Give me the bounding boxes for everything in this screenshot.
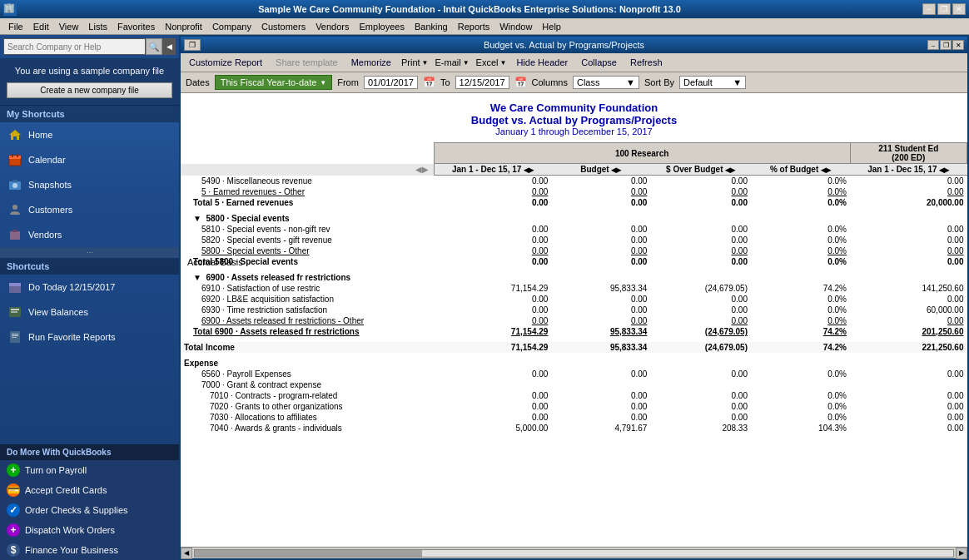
report-title-bar: ❐ Budget vs. Actual by Programs/Projects…	[181, 37, 967, 53]
sidebar-item-home[interactable]: Home	[0, 122, 179, 147]
filter-bar: Dates This Fiscal Year-to-date ▼ From 📅 …	[181, 72, 967, 93]
sidebar-item-snapshots[interactable]: Snapshots	[0, 172, 179, 197]
create-company-button[interactable]: Create a new company file	[7, 82, 172, 98]
row-val-5: 201,250.60	[850, 326, 967, 337]
hide-header-button[interactable]: Hide Header	[513, 56, 571, 69]
menu-favorites[interactable]: Favorites	[112, 20, 160, 33]
report-minimize-button[interactable]: –	[927, 40, 939, 50]
scroll-right-button[interactable]: ▶	[956, 548, 967, 559]
report-content: We Care Community Foundation Budget vs. …	[181, 93, 967, 547]
sidebar-item-reports[interactable]: Run Favorite Reports	[0, 325, 179, 349]
svg-rect-15	[11, 311, 17, 313]
memorize-button[interactable]: Memorize	[348, 56, 395, 69]
menu-vendors[interactable]: Vendors	[311, 20, 354, 33]
menu-banking[interactable]: Banking	[410, 20, 453, 33]
sidebar-item-checks[interactable]: ✓ Order Checks & Supplies	[0, 500, 179, 520]
row-val-1	[434, 272, 551, 283]
report-restore-button[interactable]: ❐	[940, 40, 952, 50]
menu-company[interactable]: Company	[207, 20, 256, 33]
menu-file[interactable]: File	[3, 20, 28, 33]
sidebar-item-payroll[interactable]: + Turn on Payroll	[0, 460, 179, 480]
menu-edit[interactable]: Edit	[28, 20, 54, 33]
table-row: 5800 · Special events - Other 0.00 0.00 …	[181, 245, 967, 256]
print-dropdown[interactable]: Print ▼	[401, 57, 429, 67]
sidebar-item-home-label: Home	[28, 130, 52, 140]
sidebar-item-calendar-label: Calendar	[28, 155, 66, 165]
sidebar: 🔍 ◀ You are using a sample company file …	[0, 35, 179, 560]
row-val-4: 0.0%	[751, 256, 850, 267]
to-calendar-icon[interactable]: 📅	[514, 77, 527, 88]
total-income-val-5: 221,250.60	[850, 342, 967, 353]
menu-reports[interactable]: Reports	[453, 20, 495, 33]
email-dropdown[interactable]: E-mail ▼	[435, 57, 470, 67]
columns-dropdown[interactable]: Class ▼	[573, 76, 639, 89]
menu-employees[interactable]: Employees	[355, 20, 410, 33]
close-button[interactable]: ✕	[952, 3, 966, 15]
sidebar-item-customers-label: Customers	[28, 205, 72, 215]
refresh-button[interactable]: Refresh	[627, 56, 666, 69]
row-val-4: 0.0%	[751, 235, 850, 245]
dates-dropdown[interactable]: This Fiscal Year-to-date ▼	[215, 75, 332, 90]
row-val-4	[751, 358, 850, 369]
row-val-1: 0.00	[434, 412, 551, 423]
sortby-dropdown[interactable]: Default ▼	[679, 76, 746, 89]
row-val-5: 20,000.00	[850, 197, 967, 208]
to-date-input[interactable]	[455, 76, 509, 89]
row-val-3: 0.00	[650, 186, 751, 197]
row-val-2	[551, 358, 650, 369]
row-val-4: 0.0%	[751, 186, 850, 197]
sidebar-item-today[interactable]: Do Today 12/15/2017	[0, 275, 179, 300]
report-restore-small[interactable]: ❐	[184, 39, 201, 51]
sidebar-item-calendar[interactable]: Calendar	[0, 147, 179, 172]
from-calendar-icon[interactable]: 📅	[423, 77, 435, 88]
menu-window[interactable]: Window	[494, 20, 537, 33]
scrollbar-thumb[interactable]	[195, 550, 422, 557]
table-row: Total 5 · Earned revenues 0.00 0.00 0.00…	[181, 197, 967, 208]
shortcuts-header[interactable]: Shortcuts	[0, 258, 179, 275]
row-val-2: 4,791.67	[551, 423, 650, 434]
row-val-1: 0.00	[434, 186, 551, 197]
sidebar-item-workorders[interactable]: + Dispatch Work Orders	[0, 520, 179, 540]
my-shortcuts-header[interactable]: My Shortcuts	[0, 106, 179, 122]
minimize-button[interactable]: –	[922, 3, 936, 15]
sidebar-item-vendors[interactable]: Vendors	[0, 222, 179, 247]
customize-report-button[interactable]: Customize Report	[186, 56, 266, 69]
share-template-button[interactable]: Share template	[272, 56, 341, 69]
excel-dropdown[interactable]: Excel ▼	[476, 57, 507, 67]
collapse-button[interactable]: Collapse	[578, 56, 620, 69]
menu-help[interactable]: Help	[537, 20, 566, 33]
menu-nonprofit[interactable]: Nonprofit	[160, 20, 207, 33]
row-val-2: 95,833.34	[551, 326, 650, 337]
from-date-input[interactable]	[364, 76, 418, 89]
table-row: 7000 · Grant & contract expense	[181, 379, 967, 390]
svg-rect-9	[10, 231, 20, 240]
restore-button[interactable]: ❐	[937, 3, 951, 15]
menu-customers[interactable]: Customers	[256, 20, 311, 33]
sidebar-scroll-indicator[interactable]: ⋯	[0, 247, 179, 258]
menu-lists[interactable]: Lists	[83, 20, 112, 33]
row-val-4: 0.0%	[751, 294, 850, 305]
sidebar-collapse-button[interactable]: ◀	[162, 38, 176, 55]
sidebar-item-balances[interactable]: View Balances	[0, 300, 179, 325]
app-icon: 🏢	[3, 2, 17, 16]
horizontal-scrollbar[interactable]: ◀ ▶	[181, 547, 967, 558]
search-input[interactable]	[3, 38, 146, 55]
sidebar-item-finance[interactable]: $ Finance Your Business	[0, 540, 179, 560]
sortby-arrow-icon: ▼	[733, 77, 742, 87]
sidebar-item-credit-cards[interactable]: 💳 Accept Credit Cards	[0, 480, 179, 500]
scroll-left-button[interactable]: ◀	[181, 548, 192, 559]
row-val-3: (24,679.05)	[650, 326, 751, 337]
sidebar-item-customers[interactable]: Customers	[0, 197, 179, 222]
scrollbar-track[interactable]	[194, 549, 954, 558]
search-button[interactable]: 🔍	[146, 38, 162, 55]
menu-view[interactable]: View	[54, 20, 84, 33]
row-val-3	[650, 379, 751, 390]
row-val-5: 60,000.00	[850, 305, 967, 315]
row-val-4: 0.0%	[751, 305, 850, 315]
table-row: 7030 · Allocations to affiliates 0.00 0.…	[181, 412, 967, 423]
payroll-icon: +	[7, 463, 20, 477]
report-close-button[interactable]: ✕	[952, 40, 964, 50]
row-val-2: 0.00	[551, 305, 650, 315]
finance-label: Finance Your Business	[25, 545, 118, 555]
snapshots-icon	[7, 176, 23, 193]
